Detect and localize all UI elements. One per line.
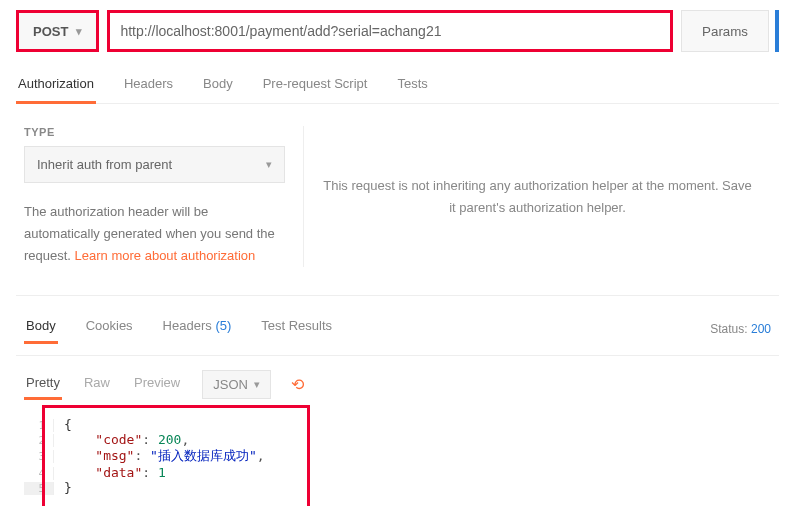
send-button-edge[interactable] (775, 10, 779, 52)
line-number: 4 (24, 467, 54, 480)
resp-tab-headers[interactable]: Headers (5) (161, 314, 234, 343)
url-input[interactable] (120, 13, 660, 49)
auth-learn-more-link[interactable]: Learn more about authorization (75, 248, 256, 263)
resp-headers-label: Headers (163, 318, 212, 333)
auth-description: The authorization header will be automat… (24, 201, 285, 267)
http-method-select[interactable]: POST ▾ (16, 10, 99, 52)
auth-message: This request is not inheriting any autho… (304, 126, 771, 267)
chevron-down-icon: ▾ (76, 25, 82, 38)
tab-authorization[interactable]: Authorization (16, 70, 96, 103)
resp-tab-cookies[interactable]: Cookies (84, 314, 135, 343)
json-value: "插入数据库成功" (150, 448, 257, 463)
status-label: Status: (710, 322, 747, 336)
line-number: 2 (24, 434, 54, 447)
auth-type-value: Inherit auth from parent (37, 157, 172, 172)
tab-headers[interactable]: Headers (122, 70, 175, 103)
view-mode-row: Pretty Raw Preview JSON ▾ ⟲ (16, 356, 779, 409)
json-key: "msg" (95, 448, 134, 463)
format-label: JSON (213, 377, 248, 392)
view-raw[interactable]: Raw (82, 371, 112, 398)
auth-left: TYPE Inherit auth from parent ▾ The auth… (24, 126, 304, 267)
status-wrap: Status: 200 (710, 322, 771, 336)
auth-type-label: TYPE (24, 126, 285, 138)
resp-tab-test-results[interactable]: Test Results (259, 314, 334, 343)
http-method-label: POST (33, 24, 68, 39)
resp-headers-count: (5) (215, 318, 231, 333)
line-number: 1 (24, 419, 54, 432)
chevron-down-icon: ▾ (254, 378, 260, 391)
wrap-lines-icon[interactable]: ⟲ (291, 375, 304, 394)
view-preview[interactable]: Preview (132, 371, 182, 398)
response-tabs: Body Cookies Headers (5) Test Results St… (16, 296, 779, 356)
json-value: 1 (158, 465, 166, 480)
tab-tests[interactable]: Tests (395, 70, 429, 103)
params-button[interactable]: Params (681, 10, 769, 52)
format-select[interactable]: JSON ▾ (202, 370, 271, 399)
line-number: 3 (24, 450, 54, 463)
response-body-area: 1{ 2 "code": 200, 3 "msg": "插入数据库成功", 4 … (24, 411, 779, 506)
json-key: "code" (95, 432, 142, 447)
status-code: 200 (751, 322, 771, 336)
request-tabs: Authorization Headers Body Pre-request S… (16, 70, 779, 104)
url-input-wrap (107, 10, 673, 52)
chevron-down-icon: ▾ (266, 158, 272, 171)
line-number: 5 (24, 482, 54, 495)
view-pretty[interactable]: Pretty (24, 371, 62, 398)
json-body[interactable]: 1{ 2 "code": 200, 3 "msg": "插入数据库成功", 4 … (24, 411, 779, 506)
auth-panel: TYPE Inherit auth from parent ▾ The auth… (16, 104, 779, 296)
json-key: "data" (95, 465, 142, 480)
tab-body[interactable]: Body (201, 70, 235, 103)
resp-tab-body[interactable]: Body (24, 314, 58, 343)
tab-prerequest[interactable]: Pre-request Script (261, 70, 370, 103)
json-value: 200 (158, 432, 181, 447)
request-bar: POST ▾ Params (16, 10, 779, 52)
auth-type-select[interactable]: Inherit auth from parent ▾ (24, 146, 285, 183)
